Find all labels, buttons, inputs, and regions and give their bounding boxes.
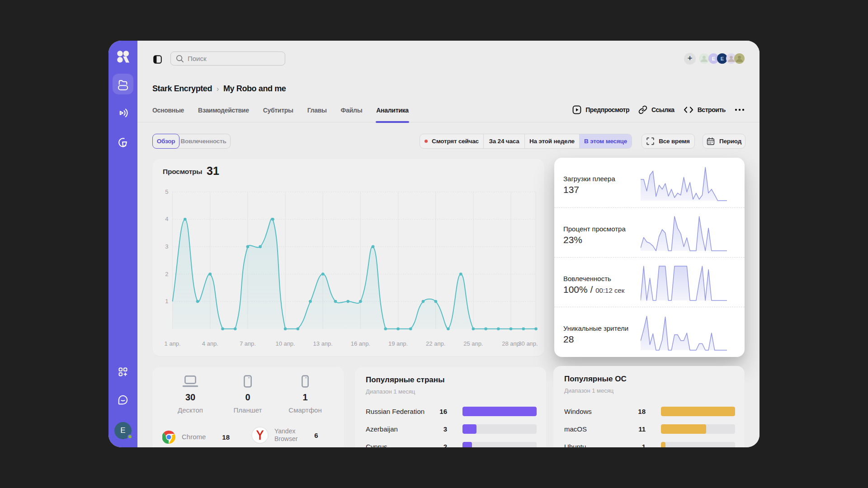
svg-text:10 апр.: 10 апр. — [276, 340, 295, 347]
svg-text:22 апр.: 22 апр. — [426, 340, 445, 347]
svg-text:4: 4 — [165, 216, 168, 222]
svg-text:1 апр.: 1 апр. — [165, 340, 181, 347]
svg-text:2: 2 — [165, 271, 168, 277]
svg-text:3: 3 — [165, 243, 168, 250]
svg-text:13 апр.: 13 апр. — [313, 340, 333, 347]
svg-text:16 апр.: 16 апр. — [351, 340, 370, 347]
svg-text:4 апр.: 4 апр. — [202, 340, 218, 347]
svg-text:5: 5 — [165, 188, 168, 195]
svg-text:7 апр.: 7 апр. — [240, 340, 256, 347]
svg-text:19 апр.: 19 апр. — [388, 340, 408, 347]
svg-text:25 апр.: 25 апр. — [463, 340, 483, 347]
svg-text:28 апр: 28 апр — [502, 340, 520, 347]
svg-text:30 апр.: 30 апр. — [518, 340, 538, 347]
svg-text:1: 1 — [165, 298, 168, 305]
